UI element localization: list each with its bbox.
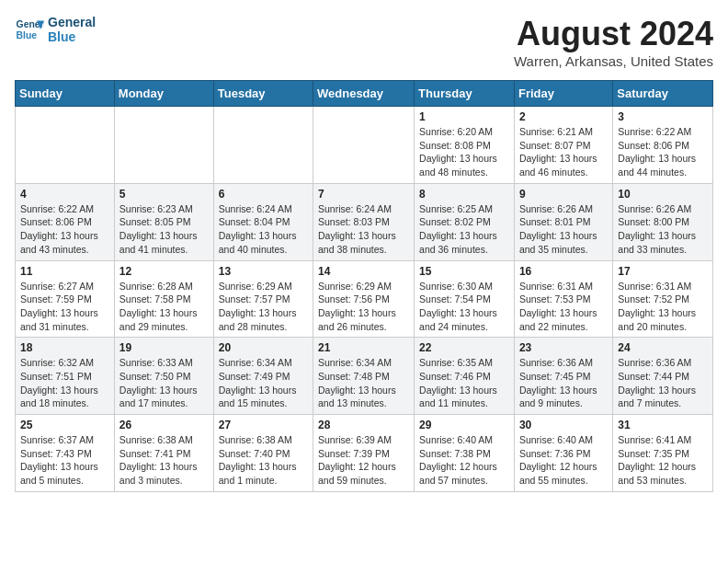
calendar-cell: 31Sunrise: 6:41 AMSunset: 7:35 PMDayligh… [613,415,713,492]
day-number: 15 [419,265,509,278]
calendar-cell: 18Sunrise: 6:32 AMSunset: 7:51 PMDayligh… [16,338,115,415]
day-number: 3 [618,110,708,123]
calendar-cell: 19Sunrise: 6:33 AMSunset: 7:50 PMDayligh… [114,338,213,415]
day-number: 6 [219,188,308,201]
calendar-cell: 30Sunrise: 6:40 AMSunset: 7:36 PMDayligh… [514,415,612,492]
day-info: Sunrise: 6:20 AMSunset: 8:08 PMDaylight:… [419,125,509,179]
day-number: 25 [20,419,109,431]
calendar-cell: 5Sunrise: 6:23 AMSunset: 8:05 PMDaylight… [114,183,213,260]
day-number: 17 [618,265,708,278]
calendar-table: SundayMondayTuesdayWednesdayThursdayFrid… [15,80,713,492]
calendar-cell [213,107,313,184]
day-info: Sunrise: 6:35 AMSunset: 7:46 PMDaylight:… [419,356,509,410]
day-info: Sunrise: 6:41 AMSunset: 7:35 PMDaylight:… [618,433,708,488]
day-info: Sunrise: 6:24 AMSunset: 8:03 PMDaylight:… [318,202,409,257]
week-row-3: 11Sunrise: 6:27 AMSunset: 7:59 PMDayligh… [16,260,713,338]
day-number: 14 [318,265,409,278]
calendar-cell [114,107,213,184]
day-info: Sunrise: 6:33 AMSunset: 7:50 PMDaylight:… [119,356,209,410]
calendar-cell: 27Sunrise: 6:38 AMSunset: 7:40 PMDayligh… [213,415,313,492]
day-info: Sunrise: 6:30 AMSunset: 7:54 PMDaylight:… [419,280,509,334]
day-number: 24 [618,341,708,354]
calendar-cell: 11Sunrise: 6:27 AMSunset: 7:59 PMDayligh… [16,260,115,338]
calendar-cell: 4Sunrise: 6:22 AMSunset: 8:06 PMDaylight… [16,183,115,260]
day-number: 7 [318,188,409,201]
day-info: Sunrise: 6:28 AMSunset: 7:58 PMDaylight:… [119,280,209,334]
weekday-header-saturday: Saturday [613,81,713,107]
calendar-header: SundayMondayTuesdayWednesdayThursdayFrid… [16,81,713,107]
calendar-cell: 7Sunrise: 6:24 AMSunset: 8:03 PMDaylight… [313,183,415,260]
calendar-cell: 17Sunrise: 6:31 AMSunset: 7:52 PMDayligh… [613,260,713,338]
day-number: 20 [219,341,308,354]
svg-text:Blue: Blue [17,30,38,40]
calendar-cell: 28Sunrise: 6:39 AMSunset: 7:39 PMDayligh… [313,415,415,492]
page-header: General Blue General Blue August 2024 Wa… [15,15,713,69]
weekday-header-friday: Friday [514,81,612,107]
logo: General Blue General Blue [15,15,96,44]
calendar-cell: 13Sunrise: 6:29 AMSunset: 7:57 PMDayligh… [213,260,313,338]
day-number: 28 [318,419,409,431]
day-number: 26 [119,419,209,431]
day-number: 10 [618,188,708,201]
calendar-cell: 24Sunrise: 6:36 AMSunset: 7:44 PMDayligh… [613,338,713,415]
weekday-header-monday: Monday [114,81,213,107]
day-info: Sunrise: 6:36 AMSunset: 7:45 PMDaylight:… [519,356,608,410]
day-info: Sunrise: 6:26 AMSunset: 8:00 PMDaylight:… [618,202,708,257]
calendar-cell: 3Sunrise: 6:22 AMSunset: 8:06 PMDaylight… [613,107,713,184]
day-info: Sunrise: 6:34 AMSunset: 7:49 PMDaylight:… [219,356,308,410]
calendar-cell: 20Sunrise: 6:34 AMSunset: 7:49 PMDayligh… [213,338,313,415]
day-number: 4 [20,188,109,201]
calendar-cell: 21Sunrise: 6:34 AMSunset: 7:48 PMDayligh… [313,338,415,415]
day-number: 11 [20,265,109,278]
day-number: 30 [519,419,608,431]
logo-icon: General Blue [15,15,44,44]
day-number: 18 [20,341,109,354]
weekday-header-row: SundayMondayTuesdayWednesdayThursdayFrid… [16,81,713,107]
location-subtitle: Warren, Arkansas, United States [514,53,713,69]
day-info: Sunrise: 6:31 AMSunset: 7:52 PMDaylight:… [618,280,708,334]
logo-text-blue: Blue [48,29,96,44]
day-number: 21 [318,341,409,354]
calendar-cell [313,107,415,184]
day-number: 16 [519,265,608,278]
day-info: Sunrise: 6:36 AMSunset: 7:44 PMDaylight:… [618,356,708,410]
calendar-cell: 2Sunrise: 6:21 AMSunset: 8:07 PMDaylight… [514,107,612,184]
day-info: Sunrise: 6:25 AMSunset: 8:02 PMDaylight:… [419,202,509,257]
calendar-cell: 26Sunrise: 6:38 AMSunset: 7:41 PMDayligh… [114,415,213,492]
day-info: Sunrise: 6:22 AMSunset: 8:06 PMDaylight:… [20,202,109,257]
calendar-cell: 22Sunrise: 6:35 AMSunset: 7:46 PMDayligh… [415,338,515,415]
day-info: Sunrise: 6:40 AMSunset: 7:36 PMDaylight:… [519,433,608,488]
day-info: Sunrise: 6:29 AMSunset: 7:57 PMDaylight:… [219,280,308,334]
calendar-cell: 9Sunrise: 6:26 AMSunset: 8:01 PMDaylight… [514,183,612,260]
day-info: Sunrise: 6:23 AMSunset: 8:05 PMDaylight:… [119,202,209,257]
day-number: 31 [618,419,708,431]
calendar-cell: 14Sunrise: 6:29 AMSunset: 7:56 PMDayligh… [313,260,415,338]
day-number: 13 [219,265,308,278]
calendar-cell: 8Sunrise: 6:25 AMSunset: 8:02 PMDaylight… [415,183,515,260]
week-row-1: 1Sunrise: 6:20 AMSunset: 8:08 PMDaylight… [16,107,713,184]
day-number: 1 [419,110,509,123]
calendar-cell: 1Sunrise: 6:20 AMSunset: 8:08 PMDaylight… [415,107,515,184]
week-row-5: 25Sunrise: 6:37 AMSunset: 7:43 PMDayligh… [16,415,713,492]
month-year-title: August 2024 [514,15,713,53]
day-info: Sunrise: 6:38 AMSunset: 7:40 PMDaylight:… [219,433,308,488]
day-info: Sunrise: 6:31 AMSunset: 7:53 PMDaylight:… [519,280,608,334]
day-info: Sunrise: 6:26 AMSunset: 8:01 PMDaylight:… [519,202,608,257]
day-number: 27 [219,419,308,431]
day-number: 12 [119,265,209,278]
logo-text-general: General [48,15,96,29]
day-number: 22 [419,341,509,354]
day-number: 9 [519,188,608,201]
day-info: Sunrise: 6:21 AMSunset: 8:07 PMDaylight:… [519,125,608,179]
calendar-cell: 10Sunrise: 6:26 AMSunset: 8:00 PMDayligh… [613,183,713,260]
title-area: August 2024 Warren, Arkansas, United Sta… [514,15,713,69]
week-row-4: 18Sunrise: 6:32 AMSunset: 7:51 PMDayligh… [16,338,713,415]
day-number: 2 [519,110,608,123]
day-number: 8 [419,188,509,201]
day-info: Sunrise: 6:39 AMSunset: 7:39 PMDaylight:… [318,433,409,488]
calendar-cell: 23Sunrise: 6:36 AMSunset: 7:45 PMDayligh… [514,338,612,415]
weekday-header-tuesday: Tuesday [213,81,313,107]
day-info: Sunrise: 6:34 AMSunset: 7:48 PMDaylight:… [318,356,409,410]
day-info: Sunrise: 6:29 AMSunset: 7:56 PMDaylight:… [318,280,409,334]
day-info: Sunrise: 6:27 AMSunset: 7:59 PMDaylight:… [20,280,109,334]
